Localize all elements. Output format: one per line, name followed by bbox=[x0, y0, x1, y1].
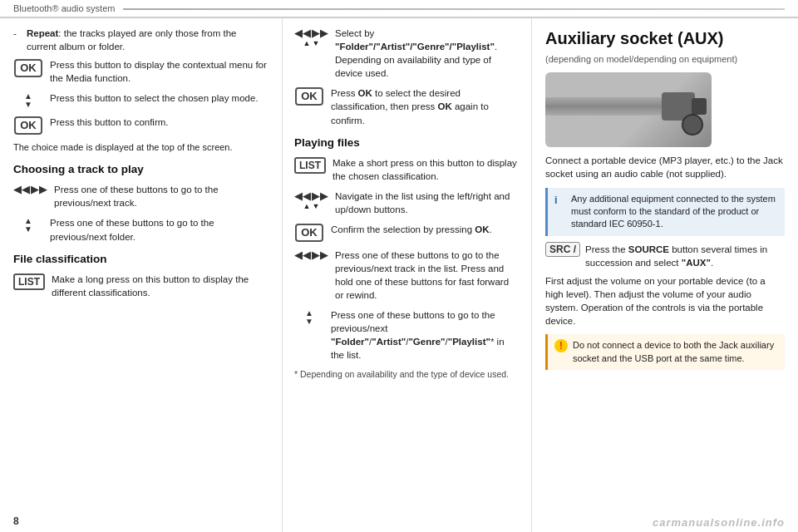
ok-classify-icon-area: OK bbox=[294, 86, 324, 106]
warning-text: Do not connect a device to both the Jack… bbox=[573, 339, 778, 365]
list-longpress-icon: LIST bbox=[13, 273, 45, 290]
choice-note: The choice made is displayed at the top … bbox=[13, 141, 268, 154]
dash-symbol: - bbox=[13, 27, 22, 53]
aux-plug-tip bbox=[692, 98, 707, 115]
ud-list-icon-area: ▲ ▼ bbox=[294, 308, 324, 326]
playing-section-title: Playing files bbox=[294, 135, 520, 151]
folder-select-text: Select by "Folder"/"Artist"/"Genre"/"Pla… bbox=[335, 27, 520, 80]
aux-cable bbox=[545, 97, 670, 116]
list-shortpress-icon: LIST bbox=[294, 157, 326, 174]
arrow-playmode-icon: ▲ ▼ bbox=[24, 92, 32, 109]
navigate-icon-area: ◀◀ ▶▶ ▲ ▼ bbox=[294, 190, 328, 212]
middle-column: ◀◀ ▶▶ ▲ ▼ Select by "Folder"/"Artist"/"G… bbox=[283, 18, 532, 532]
lr-list-icon: ◀◀ ▶▶ bbox=[294, 249, 328, 260]
src-icon: SRC / bbox=[545, 242, 580, 257]
ok-contextual-row: OK Press this button to display the cont… bbox=[13, 58, 268, 85]
lr-track-text: Press one of these buttons to go to the … bbox=[54, 183, 268, 209]
ok-confirm-text: Press this button to confirm. bbox=[50, 116, 268, 129]
right-column: Auxiliary socket (AUX) (depending on mod… bbox=[532, 18, 798, 532]
ok-selection-text: Confirm the selection by pressing OK. bbox=[331, 223, 520, 236]
warning-icon: ! bbox=[554, 339, 568, 352]
ud-list-row: ▲ ▼ Press one of these buttons to go to … bbox=[294, 308, 520, 362]
ok-classify-text: Press OK to select the desired classific… bbox=[331, 86, 520, 126]
ud-folder-row: ▲ ▼ Press one of these buttons to go to … bbox=[13, 216, 268, 243]
list-shortpress-icon-area: LIST bbox=[294, 156, 326, 174]
watermark: carmanualsonline.info bbox=[653, 516, 785, 529]
folder-select-row: ◀◀ ▶▶ ▲ ▼ Select by "Folder"/"Artist"/"G… bbox=[294, 27, 520, 80]
src-icon-area: SRC / bbox=[545, 243, 580, 257]
info-icon: i bbox=[554, 193, 566, 208]
ud-list-icon: ▲ ▼ bbox=[305, 309, 313, 326]
aux-title: Auxiliary socket (AUX) bbox=[545, 27, 785, 50]
ok-selection-icon: OK bbox=[295, 224, 323, 242]
ok-selection-icon-area: OK bbox=[294, 223, 324, 242]
left-column: - Repeat: the tracks played are only tho… bbox=[0, 18, 283, 532]
list-longpress-row: LIST Make a long press on this button to… bbox=[13, 273, 268, 299]
navigate-text: Navigate in the list using the left/righ… bbox=[335, 190, 520, 216]
repeat-text: Repeat: the tracks played are only those… bbox=[27, 27, 268, 53]
ok-confirm-icon-area: OK bbox=[13, 116, 43, 135]
header-title: Bluetooth® audio system bbox=[13, 3, 115, 13]
file-section-title: File classification bbox=[13, 252, 268, 268]
aux-image bbox=[545, 72, 712, 147]
arrow-playmode-icon-area: ▲ ▼ bbox=[13, 91, 43, 109]
ud-folder-icon: ▲ ▼ bbox=[24, 217, 32, 234]
arrow-playmode-row: ▲ ▼ Press this button to select the chos… bbox=[13, 91, 268, 109]
ud-folder-text: Press one of these buttons to go to the … bbox=[50, 216, 268, 243]
list-shortpress-text: Make a short press on this button to dis… bbox=[332, 156, 520, 183]
choosing-section-title: Choosing a track to play bbox=[13, 162, 268, 178]
page-number: 8 bbox=[13, 515, 19, 527]
repeat-item: - Repeat: the tracks played are only tho… bbox=[13, 27, 268, 53]
header: Bluetooth® audio system bbox=[0, 0, 798, 18]
lr-list-text: Press one of these buttons to go to the … bbox=[335, 249, 520, 302]
lr-track-icon: ◀◀ ▶▶ bbox=[13, 184, 47, 195]
info-text: Any additional equipment connected to th… bbox=[571, 193, 778, 231]
arrow-playmode-text: Press this button to select the chosen p… bbox=[50, 91, 268, 105]
folder-select-icon-area: ◀◀ ▶▶ ▲ ▼ bbox=[294, 27, 328, 49]
middle-footnote: * Depending on availability and the type… bbox=[294, 368, 520, 381]
ok-classify-icon: OK bbox=[295, 87, 323, 106]
ok-contextual-icon-area: OK bbox=[13, 58, 43, 77]
list-shortpress-row: LIST Make a short press on this button t… bbox=[294, 156, 520, 183]
ok-classify-row: OK Press OK to select the desired classi… bbox=[294, 86, 520, 126]
info-box: i Any additional equipment connected to … bbox=[545, 188, 785, 236]
lr-track-icon-area: ◀◀ ▶▶ bbox=[13, 183, 47, 195]
warning-box: ! Do not connect a device to both the Ja… bbox=[545, 334, 785, 370]
lr-list-row: ◀◀ ▶▶ Press one of these buttons to go t… bbox=[294, 249, 520, 302]
ok-contextual-icon: OK bbox=[14, 59, 42, 77]
lr-list-icon-area: ◀◀ ▶▶ bbox=[294, 249, 328, 260]
repeat-label: Repeat bbox=[27, 28, 58, 38]
ok-confirm-icon: OK bbox=[14, 116, 42, 135]
navigate-row: ◀◀ ▶▶ ▲ ▼ Navigate in the list using the… bbox=[294, 190, 520, 216]
repeat-rest: : the tracks played are only those from … bbox=[27, 28, 237, 52]
src-row: SRC / Press the SOURCE button several ti… bbox=[545, 243, 785, 269]
folder-select-icon: ◀◀ ▶▶ ▲ ▼ bbox=[294, 27, 328, 49]
list-longpress-icon-area: LIST bbox=[13, 273, 45, 290]
aux-subtitle: (depending on model/depending on equipme… bbox=[545, 53, 785, 66]
ud-folder-icon-area: ▲ ▼ bbox=[13, 216, 43, 234]
volume-text: First adjust the volume on your portable… bbox=[545, 274, 785, 328]
lr-track-row: ◀◀ ▶▶ Press one of these buttons to go t… bbox=[13, 183, 268, 209]
ok-confirm-row: OK Press this button to confirm. bbox=[13, 116, 268, 135]
list-longpress-text: Make a long press on this button to disp… bbox=[52, 273, 268, 299]
src-text: Press the SOURCE button several times in… bbox=[585, 243, 785, 269]
aux-connect-text: Connect a portable device (MP3 player, e… bbox=[545, 154, 785, 180]
ok-contextual-text: Press this button to display the context… bbox=[50, 58, 268, 85]
ud-list-text: Press one of these buttons to go to the … bbox=[331, 308, 520, 362]
ok-selection-row: OK Confirm the selection by pressing OK. bbox=[294, 223, 520, 242]
navigate-icon: ◀◀ ▶▶ ▲ ▼ bbox=[294, 190, 328, 212]
aux-socket bbox=[682, 114, 703, 135]
